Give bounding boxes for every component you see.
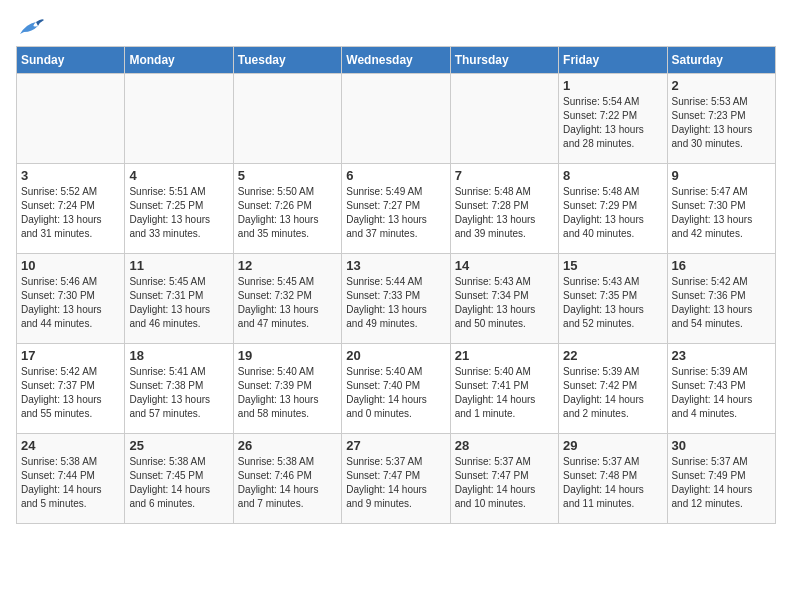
calendar-cell: 28Sunrise: 5:37 AM Sunset: 7:47 PM Dayli… xyxy=(450,434,558,524)
day-info: Sunrise: 5:38 AM Sunset: 7:44 PM Dayligh… xyxy=(21,455,120,511)
weekday-header: Thursday xyxy=(450,47,558,74)
logo-bird-icon xyxy=(16,16,44,38)
day-number: 6 xyxy=(346,168,445,183)
day-info: Sunrise: 5:45 AM Sunset: 7:31 PM Dayligh… xyxy=(129,275,228,331)
day-info: Sunrise: 5:47 AM Sunset: 7:30 PM Dayligh… xyxy=(672,185,771,241)
calendar-cell: 19Sunrise: 5:40 AM Sunset: 7:39 PM Dayli… xyxy=(233,344,341,434)
day-number: 16 xyxy=(672,258,771,273)
calendar-cell: 1Sunrise: 5:54 AM Sunset: 7:22 PM Daylig… xyxy=(559,74,667,164)
day-info: Sunrise: 5:40 AM Sunset: 7:39 PM Dayligh… xyxy=(238,365,337,421)
day-number: 14 xyxy=(455,258,554,273)
day-number: 11 xyxy=(129,258,228,273)
day-number: 13 xyxy=(346,258,445,273)
day-info: Sunrise: 5:40 AM Sunset: 7:41 PM Dayligh… xyxy=(455,365,554,421)
day-number: 9 xyxy=(672,168,771,183)
calendar-cell: 7Sunrise: 5:48 AM Sunset: 7:28 PM Daylig… xyxy=(450,164,558,254)
day-info: Sunrise: 5:38 AM Sunset: 7:45 PM Dayligh… xyxy=(129,455,228,511)
day-number: 30 xyxy=(672,438,771,453)
day-info: Sunrise: 5:48 AM Sunset: 7:28 PM Dayligh… xyxy=(455,185,554,241)
weekday-header: Sunday xyxy=(17,47,125,74)
calendar-cell: 26Sunrise: 5:38 AM Sunset: 7:46 PM Dayli… xyxy=(233,434,341,524)
calendar-cell xyxy=(125,74,233,164)
day-number: 24 xyxy=(21,438,120,453)
calendar-cell: 20Sunrise: 5:40 AM Sunset: 7:40 PM Dayli… xyxy=(342,344,450,434)
calendar-cell: 10Sunrise: 5:46 AM Sunset: 7:30 PM Dayli… xyxy=(17,254,125,344)
day-info: Sunrise: 5:45 AM Sunset: 7:32 PM Dayligh… xyxy=(238,275,337,331)
weekday-header: Tuesday xyxy=(233,47,341,74)
weekday-header: Saturday xyxy=(667,47,775,74)
day-info: Sunrise: 5:37 AM Sunset: 7:47 PM Dayligh… xyxy=(346,455,445,511)
day-number: 23 xyxy=(672,348,771,363)
calendar-cell: 17Sunrise: 5:42 AM Sunset: 7:37 PM Dayli… xyxy=(17,344,125,434)
weekday-header: Monday xyxy=(125,47,233,74)
day-number: 28 xyxy=(455,438,554,453)
calendar-cell: 9Sunrise: 5:47 AM Sunset: 7:30 PM Daylig… xyxy=(667,164,775,254)
day-info: Sunrise: 5:46 AM Sunset: 7:30 PM Dayligh… xyxy=(21,275,120,331)
day-info: Sunrise: 5:42 AM Sunset: 7:37 PM Dayligh… xyxy=(21,365,120,421)
calendar-cell: 27Sunrise: 5:37 AM Sunset: 7:47 PM Dayli… xyxy=(342,434,450,524)
day-info: Sunrise: 5:42 AM Sunset: 7:36 PM Dayligh… xyxy=(672,275,771,331)
calendar-cell: 6Sunrise: 5:49 AM Sunset: 7:27 PM Daylig… xyxy=(342,164,450,254)
calendar-cell: 21Sunrise: 5:40 AM Sunset: 7:41 PM Dayli… xyxy=(450,344,558,434)
day-number: 27 xyxy=(346,438,445,453)
day-number: 15 xyxy=(563,258,662,273)
calendar-cell xyxy=(233,74,341,164)
day-info: Sunrise: 5:40 AM Sunset: 7:40 PM Dayligh… xyxy=(346,365,445,421)
day-info: Sunrise: 5:37 AM Sunset: 7:47 PM Dayligh… xyxy=(455,455,554,511)
day-info: Sunrise: 5:54 AM Sunset: 7:22 PM Dayligh… xyxy=(563,95,662,151)
calendar-cell: 13Sunrise: 5:44 AM Sunset: 7:33 PM Dayli… xyxy=(342,254,450,344)
page-header xyxy=(16,16,776,38)
day-info: Sunrise: 5:38 AM Sunset: 7:46 PM Dayligh… xyxy=(238,455,337,511)
day-info: Sunrise: 5:39 AM Sunset: 7:42 PM Dayligh… xyxy=(563,365,662,421)
calendar-cell: 23Sunrise: 5:39 AM Sunset: 7:43 PM Dayli… xyxy=(667,344,775,434)
day-number: 19 xyxy=(238,348,337,363)
calendar-cell: 4Sunrise: 5:51 AM Sunset: 7:25 PM Daylig… xyxy=(125,164,233,254)
day-number: 18 xyxy=(129,348,228,363)
calendar-cell xyxy=(342,74,450,164)
calendar-cell xyxy=(450,74,558,164)
calendar-cell: 25Sunrise: 5:38 AM Sunset: 7:45 PM Dayli… xyxy=(125,434,233,524)
day-number: 2 xyxy=(672,78,771,93)
calendar-cell: 22Sunrise: 5:39 AM Sunset: 7:42 PM Dayli… xyxy=(559,344,667,434)
day-number: 4 xyxy=(129,168,228,183)
day-number: 12 xyxy=(238,258,337,273)
calendar-cell xyxy=(17,74,125,164)
day-info: Sunrise: 5:39 AM Sunset: 7:43 PM Dayligh… xyxy=(672,365,771,421)
day-number: 25 xyxy=(129,438,228,453)
day-info: Sunrise: 5:51 AM Sunset: 7:25 PM Dayligh… xyxy=(129,185,228,241)
calendar-cell: 2Sunrise: 5:53 AM Sunset: 7:23 PM Daylig… xyxy=(667,74,775,164)
day-info: Sunrise: 5:41 AM Sunset: 7:38 PM Dayligh… xyxy=(129,365,228,421)
calendar-cell: 11Sunrise: 5:45 AM Sunset: 7:31 PM Dayli… xyxy=(125,254,233,344)
day-info: Sunrise: 5:37 AM Sunset: 7:48 PM Dayligh… xyxy=(563,455,662,511)
day-info: Sunrise: 5:52 AM Sunset: 7:24 PM Dayligh… xyxy=(21,185,120,241)
calendar-cell: 30Sunrise: 5:37 AM Sunset: 7:49 PM Dayli… xyxy=(667,434,775,524)
day-number: 17 xyxy=(21,348,120,363)
day-info: Sunrise: 5:49 AM Sunset: 7:27 PM Dayligh… xyxy=(346,185,445,241)
day-number: 7 xyxy=(455,168,554,183)
day-number: 8 xyxy=(563,168,662,183)
calendar-cell: 14Sunrise: 5:43 AM Sunset: 7:34 PM Dayli… xyxy=(450,254,558,344)
calendar-cell: 12Sunrise: 5:45 AM Sunset: 7:32 PM Dayli… xyxy=(233,254,341,344)
day-info: Sunrise: 5:43 AM Sunset: 7:34 PM Dayligh… xyxy=(455,275,554,331)
calendar-cell: 29Sunrise: 5:37 AM Sunset: 7:48 PM Dayli… xyxy=(559,434,667,524)
day-number: 21 xyxy=(455,348,554,363)
calendar-cell: 8Sunrise: 5:48 AM Sunset: 7:29 PM Daylig… xyxy=(559,164,667,254)
day-number: 5 xyxy=(238,168,337,183)
day-number: 20 xyxy=(346,348,445,363)
day-info: Sunrise: 5:43 AM Sunset: 7:35 PM Dayligh… xyxy=(563,275,662,331)
day-info: Sunrise: 5:44 AM Sunset: 7:33 PM Dayligh… xyxy=(346,275,445,331)
day-number: 22 xyxy=(563,348,662,363)
day-number: 26 xyxy=(238,438,337,453)
weekday-header: Wednesday xyxy=(342,47,450,74)
weekday-header: Friday xyxy=(559,47,667,74)
calendar-cell: 15Sunrise: 5:43 AM Sunset: 7:35 PM Dayli… xyxy=(559,254,667,344)
calendar-cell: 3Sunrise: 5:52 AM Sunset: 7:24 PM Daylig… xyxy=(17,164,125,254)
calendar-table: SundayMondayTuesdayWednesdayThursdayFrid… xyxy=(16,46,776,524)
day-number: 3 xyxy=(21,168,120,183)
day-number: 29 xyxy=(563,438,662,453)
calendar-cell: 5Sunrise: 5:50 AM Sunset: 7:26 PM Daylig… xyxy=(233,164,341,254)
calendar-cell: 24Sunrise: 5:38 AM Sunset: 7:44 PM Dayli… xyxy=(17,434,125,524)
calendar-cell: 18Sunrise: 5:41 AM Sunset: 7:38 PM Dayli… xyxy=(125,344,233,434)
day-info: Sunrise: 5:37 AM Sunset: 7:49 PM Dayligh… xyxy=(672,455,771,511)
day-number: 10 xyxy=(21,258,120,273)
